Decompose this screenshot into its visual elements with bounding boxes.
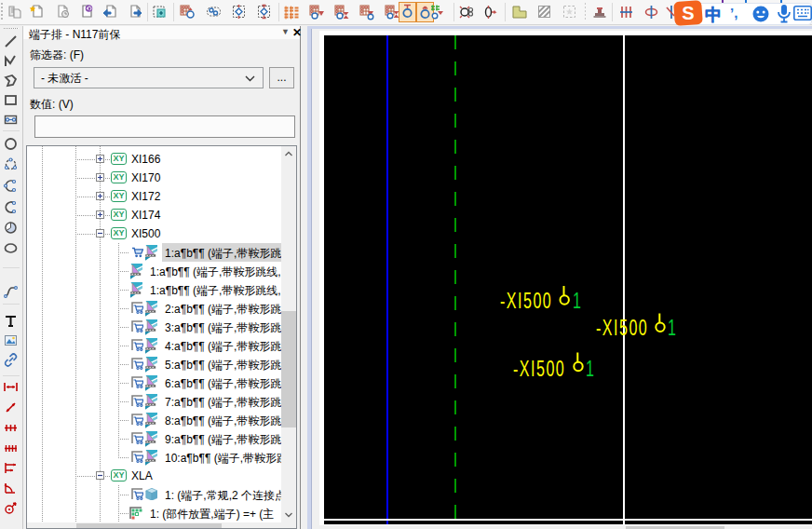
svg-text:S: S — [682, 3, 694, 23]
